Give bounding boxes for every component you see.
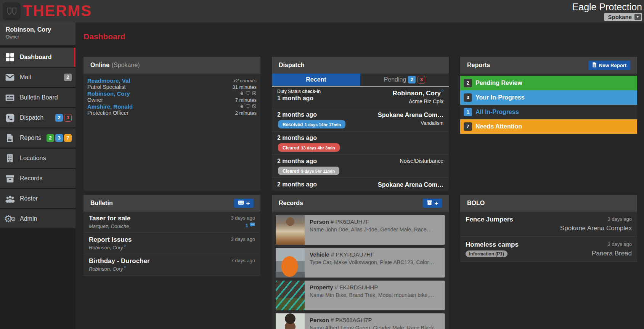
sidebar-item-label: Dispatch	[20, 114, 43, 121]
bolo-item-time: 3 days ago	[592, 240, 632, 249]
current-user-role: Owner	[6, 34, 70, 40]
records-panel-header: Records	[272, 195, 449, 212]
apple-icon	[239, 103, 244, 110]
sidebar-item-reports[interactable]: Reports 2 3 7	[0, 128, 75, 148]
sidebar-item-label: Bulletin Board	[20, 94, 58, 101]
duty-status-label: Duty Status	[277, 89, 302, 94]
count-badge: 3	[464, 93, 472, 102]
dispatch-time: 2 months ago	[277, 134, 340, 142]
person-photo	[276, 215, 305, 245]
sidebar-item-mail[interactable]: Mail 2	[0, 68, 75, 87]
desktop-icon	[245, 90, 251, 97]
status-duration: 13 days 4hr 3min	[301, 146, 335, 150]
dispatch-time: 1 month ago	[277, 94, 321, 103]
record-item[interactable]: Property # FKJRDSUHHP Name Mtn Bike, Bra…	[276, 281, 445, 310]
count-badge: 1	[464, 108, 472, 116]
online-duration: 7 minutes	[235, 97, 257, 103]
online-panel-header: Online (Spokane)	[84, 57, 260, 74]
online-subtitle: (Spokane)	[112, 62, 140, 69]
sidebar-item-label: Mail	[20, 74, 31, 81]
newspaper-icon	[5, 93, 15, 103]
tab-recent[interactable]: Recent	[272, 74, 360, 86]
online-user-role: Patrol Specialist	[87, 84, 130, 90]
bolo-item[interactable]: Homeless camps Information (P1) 3 days a…	[460, 237, 637, 262]
online-user-name[interactable]: Readmoore, Val	[87, 77, 130, 84]
document-icon	[592, 62, 597, 69]
person-photo	[276, 313, 305, 329]
records-title: Records	[279, 200, 303, 207]
bulletin-post[interactable]: Taser for sale Marquez, Doulche 3 days a…	[84, 212, 260, 233]
reports-row-your-in-progress[interactable]: 3 Your In-Progress	[460, 90, 637, 105]
dispatch-location: Spokane Arena Com…	[378, 111, 443, 119]
add-record-button[interactable]	[423, 199, 442, 208]
sidebar-item-locations[interactable]: Locations	[0, 149, 75, 168]
vehicle-photo	[276, 248, 305, 278]
dispatch-row[interactable]: 2 months ago Cleared 13 days 4hr 3min	[272, 132, 449, 155]
archive-box-icon	[5, 173, 15, 183]
document-icon	[5, 133, 15, 143]
tab-recent-label: Recent	[306, 76, 326, 83]
record-item[interactable]: Person # PK6DAUH7F Name John Doe, Alias …	[276, 215, 445, 245]
add-bulletin-button[interactable]	[234, 199, 254, 208]
reports-panel: Reports New Report 2 Pending Review 3 Yo…	[460, 57, 637, 134]
new-report-label: New Report	[599, 63, 626, 68]
record-id: # PKYRDAU7HF	[331, 251, 374, 258]
sidebar-item-dispatch[interactable]: Dispatch 2 3	[0, 108, 75, 127]
record-description: Name Albert Leroy Green, Gender Male, Ra…	[310, 325, 440, 329]
dispatch-incident: Vandalism	[378, 119, 443, 127]
gears-icon: ⚙⚙	[5, 214, 15, 224]
record-description: Name Mtn Bike, Brand Trek, Model mountai…	[310, 292, 440, 298]
reports-row-all-in-progress[interactable]: 1 All In-Progress	[460, 105, 637, 119]
dispatch-row[interactable]: 2 months ago Cleared 9 days 5hr 11min No…	[272, 155, 449, 178]
bulletin-post[interactable]: Birthday - Durocher Robinson, Cory 7 day…	[84, 254, 260, 276]
reports-panel-header: Reports New Report	[460, 57, 637, 74]
online-panel: Online (Spokane) Readmoore, Val Patrol S…	[84, 57, 260, 191]
status-label: Cleared	[283, 145, 299, 151]
property-photo	[276, 281, 305, 310]
bulletin-title: Bulletin	[90, 200, 113, 207]
online-dot-icon	[442, 90, 443, 91]
sidebar-item-bulletin-board[interactable]: Bulletin Board	[0, 88, 75, 107]
report-row-label: All In-Progress	[475, 109, 519, 116]
sidebar-item-roster[interactable]: Roster	[0, 189, 75, 208]
bulletin-panel-header: Bulletin	[84, 195, 260, 212]
mail-count-badge: 2	[64, 74, 72, 81]
brand-title: THERMS	[23, 3, 92, 18]
tab-pending[interactable]: Pending 2 3	[360, 74, 449, 86]
online-user-name[interactable]: Amshire, Ronald	[87, 103, 133, 110]
page-title: Dashboard	[84, 32, 644, 41]
bolo-item-location: Panera Bread	[592, 249, 632, 258]
sidebar-item-label: Locations	[20, 155, 46, 162]
report-row-label: Pending Review	[475, 80, 522, 87]
chevron-down-icon: ▼	[634, 14, 641, 20]
online-duration: 2 minutes	[235, 110, 257, 116]
record-description: Type Car, Make Volkswagon, Plate ABC123,…	[310, 259, 440, 265]
bulletin-post[interactable]: Report Issues Robinson, Cory 3 days ago	[84, 233, 260, 254]
sidebar-item-dashboard[interactable]: Dashboard	[0, 48, 75, 67]
record-item[interactable]: Person # PK568AGH7P Name Albert Leroy Gr…	[276, 313, 445, 329]
bulletin-post-title: Taser for sale	[89, 214, 130, 223]
online-user-row: Amshire, Ronald Protection Officer 2 min…	[87, 103, 257, 116]
online-user-name[interactable]: Robinson, Cory	[87, 90, 130, 97]
sidebar-item-records[interactable]: Records	[0, 169, 75, 188]
sidebar-item-admin[interactable]: ⚙⚙ Admin	[0, 209, 75, 228]
bolo-item[interactable]: Fence Jumpers 3 days ago Spokane Arena C…	[460, 212, 637, 237]
reports-blue-badge: 3	[55, 134, 63, 142]
region-selector[interactable]: Spokane ▼	[604, 13, 642, 21]
record-type: Person	[310, 317, 329, 323]
dispatch-row[interactable]: 2 months ago Resolved 1 days 14hr 17min …	[272, 108, 449, 132]
new-report-button[interactable]: New Report	[588, 61, 630, 70]
reports-orange-badge: 7	[64, 134, 72, 142]
bolo-item-location: Spokane Arena Complex	[560, 223, 632, 233]
building-icon	[5, 153, 15, 163]
current-user[interactable]: Robinson, Cory Owner	[0, 22, 75, 45]
dispatch-time: 2 months ago	[277, 111, 345, 119]
dashboard-grid-icon	[5, 52, 15, 62]
dispatch-row[interactable]: Duty Status check-in 1 month ago Robinso…	[272, 87, 449, 108]
reports-row-pending-review[interactable]: 2 Pending Review	[460, 76, 637, 90]
reports-row-needs-attention[interactable]: 7 Needs Attention	[460, 119, 637, 134]
dispatch-row[interactable]: 2 months ago Cleared Spokane Arena Com… …	[272, 178, 449, 191]
record-item[interactable]: Vehicle # PKYRDAU7HF Type Car, Make Volk…	[276, 248, 445, 278]
online-user-role: Protection Officer	[87, 110, 133, 116]
bulletin-post-title: Report Issues	[89, 236, 132, 244]
